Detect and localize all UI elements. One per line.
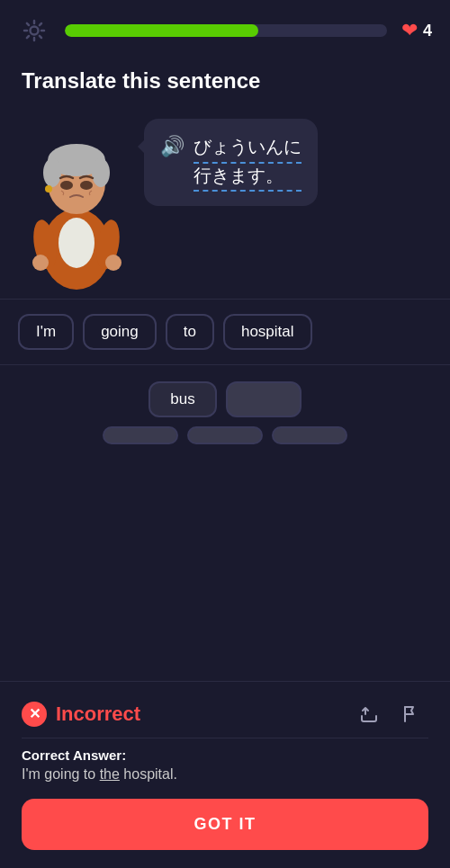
action-icons <box>353 698 428 730</box>
bank-word-used-4 <box>272 426 347 444</box>
svg-point-2 <box>58 218 94 268</box>
bank-word-bus[interactable]: bus <box>148 381 216 417</box>
japanese-text-line1: びょういんに <box>194 133 302 164</box>
answer-section: I'm going to hospital <box>0 299 450 365</box>
incorrect-label: Incorrect <box>56 702 140 726</box>
svg-point-6 <box>105 255 122 271</box>
x-icon: ✕ <box>29 707 40 721</box>
page-title: Translate this sentence <box>22 68 428 94</box>
word-bank-row1: bus <box>18 381 432 417</box>
svg-point-12 <box>60 181 73 190</box>
correct-answer-text: I'm going to the hospital. <box>22 766 428 783</box>
correct-answer-prefix: I'm going to <box>22 766 100 782</box>
hearts-count: 4 <box>423 22 432 40</box>
correct-answer-underline: the <box>100 766 120 782</box>
heart-icon: ❤ <box>401 21 418 40</box>
svg-point-13 <box>80 181 93 190</box>
settings-button[interactable] <box>18 14 50 47</box>
incorrect-row: ✕ Incorrect <box>22 698 428 730</box>
bank-word-used-2 <box>103 426 178 444</box>
word-bank-section: bus <box>0 365 450 453</box>
answer-word-hospital[interactable]: hospital <box>223 314 312 350</box>
bank-word-used-1 <box>226 381 302 417</box>
flag-button[interactable] <box>396 698 428 730</box>
progress-bar <box>65 24 387 37</box>
japanese-text-line2: 行きます。 <box>194 164 302 192</box>
svg-point-10 <box>43 158 61 187</box>
answer-word-im[interactable]: I'm <box>18 314 74 350</box>
incorrect-icon: ✕ <box>22 702 47 727</box>
svg-point-5 <box>32 255 49 271</box>
hearts-container: ❤ 4 <box>401 21 432 40</box>
answer-word-going[interactable]: going <box>83 314 157 350</box>
bank-word-used-3 <box>187 426 263 444</box>
correct-answer-suffix: hospital. <box>120 766 177 782</box>
character-figure <box>18 110 135 290</box>
svg-point-14 <box>45 185 52 192</box>
character-section: 🔊 びょういんに 行きます。 <box>0 101 450 299</box>
progress-fill <box>65 24 258 37</box>
word-bank-row2 <box>18 426 432 444</box>
top-bar: ❤ 4 <box>0 0 450 56</box>
bottom-panel: ✕ Incorrect Correct Answer: I'm going <box>0 681 450 868</box>
share-button[interactable] <box>353 698 385 730</box>
divider <box>22 738 428 738</box>
speech-bubble: 🔊 びょういんに 行きます。 <box>144 119 318 206</box>
got-it-button[interactable]: GOT IT <box>22 799 428 850</box>
title-section: Translate this sentence <box>0 56 450 101</box>
answer-word-to[interactable]: to <box>166 314 214 350</box>
correct-answer-label: Correct Answer: <box>22 747 428 763</box>
svg-point-11 <box>92 158 110 187</box>
speaker-icon[interactable]: 🔊 <box>160 135 184 158</box>
svg-point-0 <box>31 27 39 35</box>
